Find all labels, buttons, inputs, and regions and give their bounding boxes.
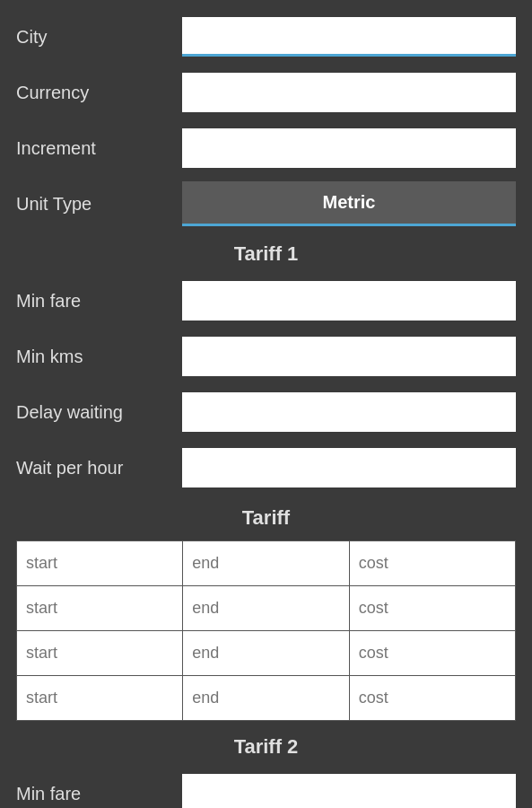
- table-row: [17, 631, 516, 676]
- min-fare-2-label: Min fare: [16, 784, 182, 804]
- min-fare-2-input[interactable]: [182, 774, 516, 808]
- tariff-row-3-start-input[interactable]: [26, 689, 173, 707]
- currency-input[interactable]: [182, 73, 516, 112]
- delay-waiting-row: Delay waiting: [0, 384, 532, 440]
- increment-label: Increment: [16, 138, 182, 159]
- tariff-row-3-end-input[interactable]: [192, 689, 339, 707]
- unit-type-label: Unit Type: [16, 194, 182, 215]
- currency-row: Currency: [0, 65, 532, 120]
- min-fare-1-row: Min fare: [0, 273, 532, 329]
- min-fare-1-label: Min fare: [16, 291, 182, 312]
- wait-per-hour-input[interactable]: [182, 448, 516, 487]
- unit-type-row: Unit Type Metric: [0, 176, 532, 232]
- tariff-row-1-cost-input[interactable]: [359, 599, 506, 618]
- tariff-row-1-end-input[interactable]: [192, 599, 339, 618]
- increment-input[interactable]: [182, 128, 516, 168]
- min-kms-1-row: Min kms: [0, 329, 532, 384]
- tariff-row-2-end-input[interactable]: [192, 644, 339, 663]
- min-kms-1-label: Min kms: [16, 347, 182, 367]
- increment-row: Increment: [0, 120, 532, 176]
- tariff-row-2-start-input[interactable]: [26, 644, 173, 663]
- tariff-row-2-cost-input[interactable]: [359, 644, 506, 663]
- tariff1-header: Tariff 1: [0, 232, 532, 273]
- tariff-row-1-start-input[interactable]: [26, 599, 173, 618]
- tariff-table: [16, 540, 516, 721]
- table-row: [17, 586, 516, 631]
- city-input[interactable]: [182, 17, 516, 57]
- min-fare-1-input[interactable]: [182, 281, 516, 321]
- wait-per-hour-row: Wait per hour: [0, 440, 532, 496]
- delay-waiting-label: Delay waiting: [16, 402, 182, 423]
- tariff-subheader: Tariff: [0, 496, 532, 537]
- unit-type-button[interactable]: Metric: [182, 181, 516, 226]
- tariff-row-3-cost-input[interactable]: [359, 689, 506, 707]
- city-row: City: [0, 9, 532, 65]
- delay-waiting-input[interactable]: [182, 392, 516, 432]
- tariff2-header: Tariff 2: [0, 725, 532, 766]
- currency-label: Currency: [16, 83, 182, 103]
- table-row: [17, 676, 516, 721]
- tariff-row-0-cost-input[interactable]: [359, 554, 506, 573]
- min-fare-2-row: Min fare: [0, 766, 532, 808]
- min-kms-1-input[interactable]: [182, 337, 516, 376]
- city-label: City: [16, 27, 182, 48]
- table-row: [17, 541, 516, 586]
- form-container: City Currency Increment Unit Type Metric…: [0, 0, 532, 808]
- wait-per-hour-label: Wait per hour: [16, 458, 182, 479]
- tariff-row-0-start-input[interactable]: [26, 554, 173, 573]
- tariff-row-0-end-input[interactable]: [192, 554, 339, 573]
